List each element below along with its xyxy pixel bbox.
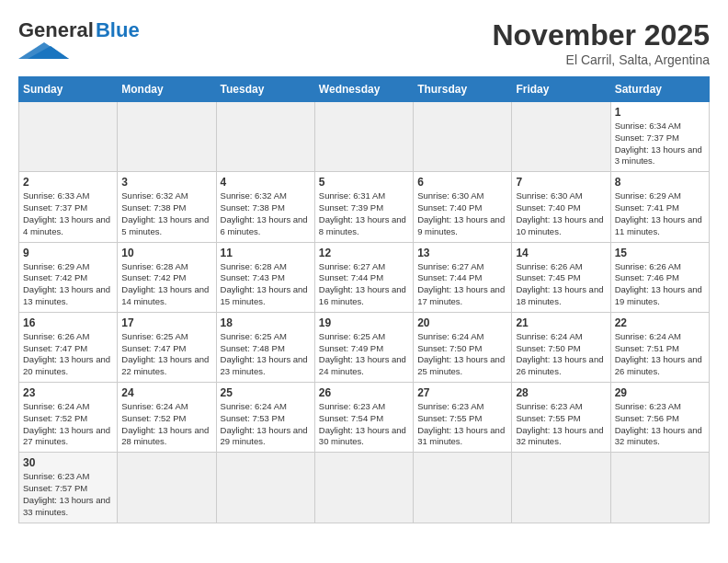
day-number: 11 (221, 247, 311, 259)
logo: General Blue (18, 18, 140, 59)
day-header-friday: Friday (512, 77, 610, 102)
calendar-cell: 28Sunrise: 6:23 AMSunset: 7:55 PMDayligh… (512, 383, 610, 453)
day-info: Sunrise: 6:24 AMSunset: 7:50 PMDaylight:… (417, 331, 507, 378)
day-info: Sunrise: 6:23 AMSunset: 7:56 PMDaylight:… (615, 401, 705, 448)
calendar-header-row: SundayMondayTuesdayWednesdayThursdayFrid… (19, 77, 710, 102)
day-info: Sunrise: 6:30 AMSunset: 7:40 PMDaylight:… (516, 190, 606, 237)
calendar-cell: 21Sunrise: 6:24 AMSunset: 7:50 PMDayligh… (512, 312, 610, 382)
calendar-cell (414, 102, 512, 172)
day-info: Sunrise: 6:28 AMSunset: 7:42 PMDaylight:… (121, 261, 211, 308)
day-info: Sunrise: 6:25 AMSunset: 7:49 PMDaylight:… (319, 331, 409, 378)
calendar-cell: 1Sunrise: 6:34 AMSunset: 7:37 PMDaylight… (610, 102, 709, 172)
day-info: Sunrise: 6:25 AMSunset: 7:48 PMDaylight:… (221, 331, 311, 378)
day-number: 1 (615, 106, 705, 119)
calendar-cell (216, 102, 314, 172)
day-number: 15 (615, 247, 705, 259)
day-number: 28 (516, 386, 606, 399)
calendar-cell: 25Sunrise: 6:24 AMSunset: 7:53 PMDayligh… (216, 383, 314, 453)
day-info: Sunrise: 6:23 AMSunset: 7:55 PMDaylight:… (417, 401, 507, 448)
calendar-cell: 4Sunrise: 6:32 AMSunset: 7:38 PMDaylight… (216, 172, 314, 242)
calendar-cell: 7Sunrise: 6:30 AMSunset: 7:40 PMDaylight… (512, 172, 610, 242)
day-number: 3 (121, 176, 211, 189)
page-header: General Blue November 2025 El Carril, Sa… (18, 18, 710, 67)
calendar-cell: 17Sunrise: 6:25 AMSunset: 7:47 PMDayligh… (118, 312, 216, 382)
location: El Carril, Salta, Argentina (492, 52, 710, 67)
calendar-cell (118, 102, 216, 172)
day-header-wednesday: Wednesday (314, 77, 413, 102)
calendar-cell (216, 453, 314, 523)
calendar-cell: 23Sunrise: 6:24 AMSunset: 7:52 PMDayligh… (19, 383, 118, 453)
calendar-cell: 18Sunrise: 6:25 AMSunset: 7:48 PMDayligh… (216, 312, 314, 382)
day-info: Sunrise: 6:29 AMSunset: 7:42 PMDaylight:… (23, 261, 113, 308)
day-info: Sunrise: 6:26 AMSunset: 7:46 PMDaylight:… (615, 261, 705, 308)
day-number: 14 (516, 247, 606, 259)
day-number: 6 (417, 176, 507, 189)
day-info: Sunrise: 6:23 AMSunset: 7:54 PMDaylight:… (319, 401, 409, 448)
day-info: Sunrise: 6:33 AMSunset: 7:37 PMDaylight:… (23, 190, 113, 237)
day-info: Sunrise: 6:32 AMSunset: 7:38 PMDaylight:… (221, 190, 311, 237)
day-info: Sunrise: 6:34 AMSunset: 7:37 PMDaylight:… (615, 121, 705, 167)
day-number: 17 (121, 316, 211, 329)
day-header-tuesday: Tuesday (216, 77, 314, 102)
day-info: Sunrise: 6:24 AMSunset: 7:51 PMDaylight:… (615, 331, 705, 378)
day-info: Sunrise: 6:27 AMSunset: 7:44 PMDaylight:… (319, 261, 409, 308)
calendar-cell (314, 102, 413, 172)
day-number: 29 (615, 386, 705, 399)
day-number: 20 (417, 316, 507, 329)
calendar-cell (610, 453, 709, 523)
logo-text: General (18, 18, 94, 42)
day-number: 21 (516, 316, 606, 329)
calendar-cell: 10Sunrise: 6:28 AMSunset: 7:42 PMDayligh… (118, 242, 216, 312)
day-number: 2 (23, 176, 113, 189)
day-info: Sunrise: 6:23 AMSunset: 7:57 PMDaylight:… (23, 471, 113, 518)
day-number: 12 (319, 247, 409, 259)
day-header-thursday: Thursday (414, 77, 512, 102)
day-info: Sunrise: 6:24 AMSunset: 7:53 PMDaylight:… (221, 401, 311, 448)
calendar-cell: 8Sunrise: 6:29 AMSunset: 7:41 PMDaylight… (610, 172, 709, 242)
day-info: Sunrise: 6:26 AMSunset: 7:45 PMDaylight:… (516, 261, 606, 308)
calendar-cell (414, 453, 512, 523)
day-number: 26 (319, 386, 409, 399)
day-info: Sunrise: 6:25 AMSunset: 7:47 PMDaylight:… (121, 331, 211, 378)
calendar-cell: 6Sunrise: 6:30 AMSunset: 7:40 PMDaylight… (414, 172, 512, 242)
calendar-cell (118, 453, 216, 523)
calendar-table: SundayMondayTuesdayWednesdayThursdayFrid… (18, 76, 710, 523)
day-info: Sunrise: 6:27 AMSunset: 7:44 PMDaylight:… (417, 261, 507, 308)
calendar-cell: 11Sunrise: 6:28 AMSunset: 7:43 PMDayligh… (216, 242, 314, 312)
day-info: Sunrise: 6:26 AMSunset: 7:47 PMDaylight:… (23, 331, 113, 378)
day-info: Sunrise: 6:24 AMSunset: 7:50 PMDaylight:… (516, 331, 606, 378)
calendar-cell: 20Sunrise: 6:24 AMSunset: 7:50 PMDayligh… (414, 312, 512, 382)
day-number: 24 (121, 386, 211, 399)
day-header-monday: Monday (118, 77, 216, 102)
calendar-cell: 16Sunrise: 6:26 AMSunset: 7:47 PMDayligh… (19, 312, 118, 382)
calendar-cell (19, 102, 118, 172)
day-info: Sunrise: 6:24 AMSunset: 7:52 PMDaylight:… (23, 401, 113, 448)
day-number: 5 (319, 176, 409, 189)
day-number: 30 (23, 456, 113, 469)
calendar-cell (512, 102, 610, 172)
calendar-cell: 5Sunrise: 6:31 AMSunset: 7:39 PMDaylight… (314, 172, 413, 242)
logo-blue-text: Blue (96, 18, 140, 42)
calendar-cell: 14Sunrise: 6:26 AMSunset: 7:45 PMDayligh… (512, 242, 610, 312)
day-info: Sunrise: 6:28 AMSunset: 7:43 PMDaylight:… (221, 261, 311, 308)
calendar-cell (512, 453, 610, 523)
day-number: 9 (23, 247, 113, 259)
day-number: 10 (121, 247, 211, 259)
day-number: 18 (221, 316, 311, 329)
day-info: Sunrise: 6:31 AMSunset: 7:39 PMDaylight:… (319, 190, 409, 237)
day-number: 7 (516, 176, 606, 189)
day-number: 8 (615, 176, 705, 189)
day-number: 25 (221, 386, 311, 399)
logo-icon (18, 42, 69, 59)
calendar-cell: 12Sunrise: 6:27 AMSunset: 7:44 PMDayligh… (314, 242, 413, 312)
day-header-sunday: Sunday (19, 77, 118, 102)
day-info: Sunrise: 6:24 AMSunset: 7:52 PMDaylight:… (121, 401, 211, 448)
day-info: Sunrise: 6:32 AMSunset: 7:38 PMDaylight:… (121, 190, 211, 237)
day-header-saturday: Saturday (610, 77, 709, 102)
calendar-cell: 26Sunrise: 6:23 AMSunset: 7:54 PMDayligh… (314, 383, 413, 453)
calendar-cell: 27Sunrise: 6:23 AMSunset: 7:55 PMDayligh… (414, 383, 512, 453)
month-title: November 2025 (492, 18, 710, 52)
day-number: 22 (615, 316, 705, 329)
calendar-cell: 30Sunrise: 6:23 AMSunset: 7:57 PMDayligh… (19, 453, 118, 523)
calendar-cell (314, 453, 413, 523)
